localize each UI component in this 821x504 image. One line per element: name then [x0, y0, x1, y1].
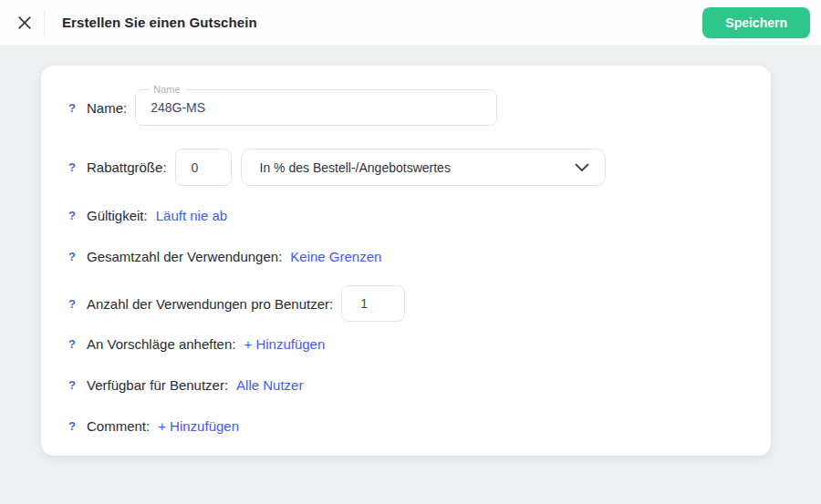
- name-input[interactable]: [136, 90, 496, 125]
- name-label: Name:: [87, 100, 127, 116]
- help-icon[interactable]: ?: [68, 160, 79, 174]
- help-icon[interactable]: ?: [68, 250, 79, 263]
- uses-per-user-label: Anzahl der Verwendungen pro Benutzer:: [87, 296, 333, 312]
- save-button[interactable]: Speichern: [702, 7, 810, 38]
- discount-type-select[interactable]: In % des Bestell-/Angebotswertes: [241, 149, 606, 186]
- form-row-total-uses: ? Gesamtzahl der Verwendungen: Keine Gre…: [68, 247, 743, 265]
- discount-type-selected: In % des Bestell-/Angebotswertes: [260, 160, 451, 175]
- name-field-wrapper: Name: [135, 89, 497, 126]
- header-bar: Erstellen Sie einen Gutschein Speichern: [0, 0, 821, 46]
- comment-add-link[interactable]: + Hinzufügen: [158, 418, 239, 434]
- close-button[interactable]: [12, 10, 37, 36]
- chevron-down-icon: [575, 163, 589, 172]
- help-icon[interactable]: ?: [68, 209, 79, 222]
- form-row-name: ? Name: Name: [68, 89, 743, 126]
- discount-label: Rabattgröße:: [87, 159, 167, 175]
- help-icon[interactable]: ?: [68, 297, 79, 311]
- help-icon[interactable]: ?: [68, 337, 79, 351]
- page-title: Erstellen Sie einen Gutschein: [62, 15, 257, 30]
- form-row-comment: ? Comment: + Hinzufügen: [68, 417, 743, 435]
- voucher-form-card: ? Name: Name ? Rabattgröße: In % des Bes…: [41, 66, 771, 456]
- header-divider: [44, 10, 45, 36]
- form-row-discount: ? Rabattgröße: In % des Bestell-/Angebot…: [68, 149, 743, 186]
- name-floating-label: Name: [149, 84, 184, 96]
- form-row-uses-per-user: ? Anzahl der Verwendungen pro Benutzer:: [68, 285, 743, 322]
- help-icon[interactable]: ?: [68, 378, 79, 392]
- pin-to-proposals-add-link[interactable]: + Hinzufügen: [244, 336, 325, 352]
- validity-label: Gültigkeit:: [87, 208, 148, 223]
- form-row-available-for-users: ? Verfügbar für Benutzer: Alle Nutzer: [68, 375, 743, 394]
- help-icon[interactable]: ?: [68, 101, 79, 115]
- uses-per-user-input[interactable]: [341, 285, 405, 322]
- discount-value-input[interactable]: [175, 149, 232, 186]
- pin-to-proposals-label: An Vorschläge anheften:: [87, 336, 235, 352]
- total-uses-link[interactable]: Keine Grenzen: [290, 249, 381, 264]
- comment-label: Comment:: [87, 418, 150, 434]
- help-icon[interactable]: ?: [68, 419, 79, 433]
- available-for-users-link[interactable]: Alle Nutzer: [236, 377, 303, 393]
- available-for-users-label: Verfügbar für Benutzer:: [87, 377, 228, 393]
- form-row-pin-to-proposals: ? An Vorschläge anheften: + Hinzufügen: [68, 334, 743, 353]
- close-icon: [16, 14, 34, 32]
- validity-link[interactable]: Läuft nie ab: [156, 208, 227, 223]
- total-uses-label: Gesamtzahl der Verwendungen:: [87, 249, 282, 264]
- form-row-validity: ? Gültigkeit: Läuft nie ab: [68, 206, 743, 224]
